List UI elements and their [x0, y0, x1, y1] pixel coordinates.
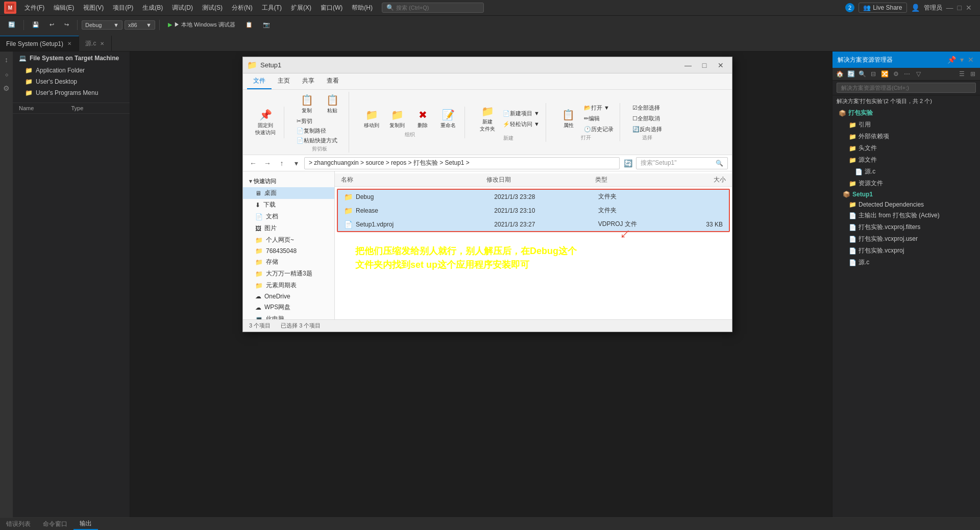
- nav-desktop[interactable]: 🖥 桌面: [243, 187, 334, 199]
- file-row-setup1[interactable]: 📄 Setup1.vdproj 2021/1/3 23:27 VDPROJ 文件…: [338, 217, 729, 231]
- tab-close-source[interactable]: ✕: [99, 40, 105, 47]
- tab-output[interactable]: 输出: [74, 518, 98, 530]
- fs-item-application-folder[interactable]: 📁 Application Folder: [13, 65, 130, 76]
- nav-wps[interactable]: ☁ WPS网盘: [243, 301, 334, 313]
- fs-item-users-desktop[interactable]: 📁 User's Desktop: [13, 76, 130, 87]
- solution-item-sources[interactable]: 📁 源文件: [832, 154, 980, 166]
- nav-personal[interactable]: 📁 个人网页~: [243, 234, 334, 246]
- more-options-icon[interactable]: ⋯: [902, 69, 912, 79]
- ribbon-btn-paste[interactable]: 📋 粘贴: [320, 92, 345, 116]
- search-input[interactable]: [396, 5, 473, 11]
- ribbon-btn-copy[interactable]: 📋 复制: [295, 92, 319, 116]
- nav-storage[interactable]: 📁 存储: [243, 256, 334, 268]
- solution-item-detected-dep[interactable]: 📁 Detected Dependencies: [832, 199, 980, 210]
- ribbon-btn-easy-access[interactable]: ⚡ 轻松访问 ▼: [501, 119, 542, 129]
- nav-this-pc[interactable]: 💻 此电脑: [243, 313, 334, 319]
- menu-tools[interactable]: 工具(T): [258, 2, 286, 14]
- ribbon-btn-cut[interactable]: ✂ 剪切: [295, 116, 345, 126]
- menu-test[interactable]: 测试(S): [198, 2, 227, 14]
- tab-file-system[interactable]: File System (Setup1) ✕: [0, 36, 79, 51]
- sidebar-icon-3[interactable]: ⚙: [2, 84, 12, 94]
- refresh-button[interactable]: 🔄: [622, 157, 634, 169]
- ribbon-btn-copy-path[interactable]: 📄 复制路径: [295, 126, 345, 136]
- arch-dropdown[interactable]: x86 ▼: [125, 20, 155, 30]
- ribbon-btn-deselect-all[interactable]: ☐ 全部取消: [630, 114, 664, 123]
- col-header-date[interactable]: 修改日期: [486, 175, 595, 184]
- nav-onedrive[interactable]: ☁ OneDrive: [243, 291, 334, 301]
- nav-back[interactable]: ←: [247, 157, 259, 169]
- ribbon-tab-view[interactable]: 查看: [321, 73, 345, 89]
- tab-close-file-system[interactable]: ✕: [66, 40, 72, 47]
- nav-pictures[interactable]: 🖼 图片: [243, 222, 334, 234]
- run-debugger-button[interactable]: ▶ ▶ 本地 Windows 调试器: [164, 19, 239, 30]
- ribbon-btn-copy-to[interactable]: 📁 复制到: [385, 107, 409, 131]
- solution-item-vcxproj-user[interactable]: 📄 打包实验.vcxproj.user: [832, 233, 980, 245]
- col-header-size[interactable]: 大小: [668, 175, 726, 184]
- minimize-window[interactable]: —: [946, 4, 953, 12]
- tab-command[interactable]: 命令窗口: [37, 518, 74, 530]
- refresh-icon[interactable]: 🔄: [846, 69, 856, 79]
- menu-project[interactable]: 项目(P): [109, 2, 137, 14]
- ribbon-tab-share[interactable]: 共享: [296, 73, 321, 89]
- maximize-window[interactable]: □: [958, 4, 962, 12]
- menu-debug[interactable]: 调试(D): [168, 2, 197, 14]
- close-panel-icon[interactable]: ✕: [967, 55, 975, 65]
- ribbon-btn-paste-shortcut[interactable]: 📄 粘贴快捷方式: [295, 136, 345, 145]
- pending-changes-icon[interactable]: 🔀: [879, 69, 890, 79]
- toolbar-extra[interactable]: 📋: [241, 20, 257, 30]
- nav-documents[interactable]: 📄 文档: [243, 211, 334, 222]
- window-minimize[interactable]: —: [681, 59, 695, 71]
- col-header-name[interactable]: 名称: [341, 175, 486, 184]
- window-close[interactable]: ✕: [714, 59, 728, 71]
- menu-view[interactable]: 视图(V): [79, 2, 108, 14]
- search-box[interactable]: 搜索"Setup1" 🔍: [636, 157, 728, 169]
- toolbar-refresh[interactable]: 🔄: [4, 20, 19, 30]
- ribbon-tab-home[interactable]: 主页: [272, 73, 296, 89]
- menu-extensions[interactable]: 扩展(X): [287, 2, 315, 14]
- nav-recent[interactable]: ▾: [290, 157, 302, 169]
- toolbar-camera[interactable]: 📷: [259, 20, 274, 30]
- ribbon-btn-open[interactable]: 📂 打开 ▼: [582, 103, 616, 113]
- solution-item-ref[interactable]: 📁 引用: [832, 119, 980, 131]
- file-row-debug[interactable]: 📁 Debug 2021/1/3 23:28 文件夹: [338, 190, 729, 204]
- detail-view-icon[interactable]: ⊞: [968, 69, 978, 79]
- ribbon-btn-invert-select[interactable]: 🔄 反向选择: [630, 124, 664, 134]
- collapse-all-icon[interactable]: ⊟: [868, 69, 878, 79]
- ribbon-btn-new-folder[interactable]: 📁 新建文件夹: [475, 103, 500, 135]
- solution-item-resources[interactable]: 📁 资源文件: [832, 178, 980, 189]
- fs-item-users-programs[interactable]: 📁 User's Programs Menu: [13, 87, 130, 98]
- nav-downloads[interactable]: ⬇ 下载: [243, 199, 334, 211]
- list-view-icon[interactable]: ☰: [957, 69, 967, 79]
- ribbon-btn-delete[interactable]: ✖ 删除: [410, 107, 435, 131]
- nav-forward[interactable]: →: [261, 157, 274, 169]
- pin-panel-icon[interactable]: 📌: [946, 55, 957, 65]
- home-icon[interactable]: 🏠: [835, 69, 845, 79]
- tab-errors[interactable]: 错误列表: [0, 518, 37, 530]
- chevron-down-icon[interactable]: ▾: [959, 55, 965, 65]
- menu-analyze[interactable]: 分析(N): [228, 2, 257, 14]
- solution-item-vcxproj-filters[interactable]: 📄 打包实验.vcxproj.filters: [832, 221, 980, 233]
- solution-item-vcxproj[interactable]: 📄 打包实验.vcxproj: [832, 245, 980, 257]
- solution-item-primary-output[interactable]: 📄 主输出 from 打包实验 (Active): [832, 210, 980, 221]
- project-baobao[interactable]: 📦 打包实验: [832, 107, 980, 119]
- menu-window[interactable]: 窗口(W): [316, 2, 347, 14]
- window-maximize[interactable]: □: [697, 59, 712, 71]
- search-solution-icon[interactable]: 🔍: [857, 69, 867, 79]
- manage-button[interactable]: 管理员: [924, 4, 942, 12]
- sidebar-icon-2[interactable]: ⬦: [2, 70, 12, 80]
- nav-up[interactable]: ↑: [276, 157, 288, 169]
- close-window[interactable]: ✕: [966, 4, 972, 12]
- sidebar-icon-pointer[interactable]: ↕: [2, 56, 12, 66]
- toolbar-undo[interactable]: ↩: [45, 20, 58, 30]
- tab-source-c[interactable]: 源.c ✕: [79, 36, 112, 51]
- git-icon[interactable]: ⚙: [891, 69, 901, 79]
- menu-build[interactable]: 生成(B): [138, 2, 167, 14]
- ribbon-btn-new-item[interactable]: 📄 新建项目 ▼: [501, 109, 542, 118]
- ribbon-btn-edit[interactable]: ✏ 编辑: [582, 114, 616, 123]
- menu-help[interactable]: 帮助(H): [348, 2, 377, 14]
- menu-file[interactable]: 文件(F): [20, 2, 48, 14]
- nav-periodic[interactable]: 📁 元素周期表: [243, 280, 334, 291]
- solution-item-source-c2[interactable]: 📄 源.c: [832, 257, 980, 268]
- toolbar-redo[interactable]: ↪: [60, 20, 73, 30]
- solution-item-ext-dep[interactable]: 📁 外部依赖项: [832, 131, 980, 142]
